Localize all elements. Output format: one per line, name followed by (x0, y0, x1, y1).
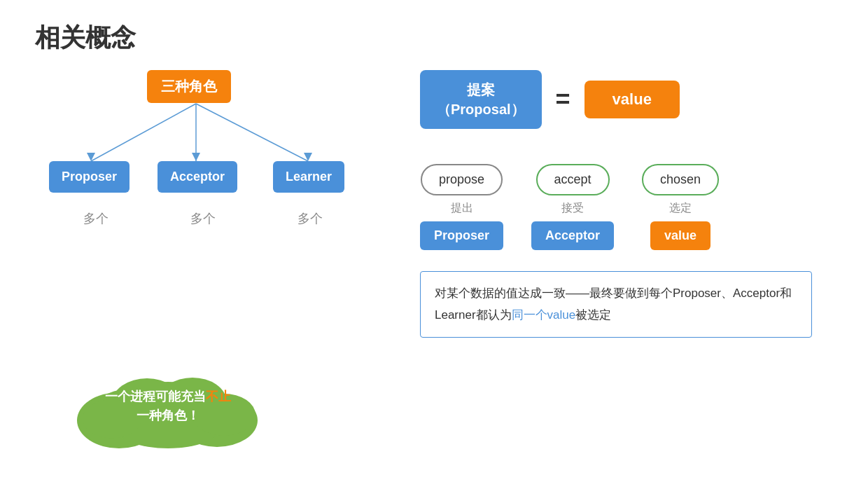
chosen-label: 选定 (669, 201, 692, 216)
tree-node-acceptor: Acceptor (158, 161, 237, 193)
action-col-chosen: chosen 选定 value (642, 164, 719, 250)
propose-actor: Proposer (420, 221, 503, 250)
propose-label: 提出 (451, 201, 473, 216)
svg-marker-3 (87, 153, 95, 161)
svg-line-0 (91, 104, 196, 161)
cloud-highlight: 不止 (206, 390, 231, 404)
tree-root-node: 三种角色 (147, 70, 231, 103)
proposer-sublabel: 多个 (54, 210, 138, 227)
acceptor-sublabel: 多个 (161, 210, 245, 227)
accept-oval: accept (536, 164, 610, 195)
proposal-line1: 提案 (467, 82, 495, 97)
tree-diagram: 三种角色 Proposer Acceptor Learner 多个 多个 多个 (35, 70, 371, 238)
tree-node-proposer: Proposer (49, 161, 130, 193)
left-section: 三种角色 Proposer Acceptor Learner 多个 多个 多个 (35, 70, 399, 252)
svg-marker-5 (304, 153, 312, 161)
learner-sublabel: 多个 (268, 210, 352, 227)
page-title: 相关概念 (35, 21, 136, 55)
value-box: value (584, 81, 680, 118)
equals-sign: = (556, 85, 570, 114)
action-col-propose: propose 提出 Proposer (420, 164, 503, 250)
accept-actor: Acceptor (531, 221, 614, 250)
actions-section: propose 提出 Proposer accept 接受 Acceptor c… (420, 164, 840, 250)
summary-box: 对某个数据的值达成一致——最终要做到每个Proposer、Acceptor和Le… (420, 271, 812, 338)
proposal-row: 提案 （Proposal） = value (420, 70, 840, 129)
right-section: 提案 （Proposal） = value propose 提出 Propose… (420, 70, 840, 338)
tree-labels-row: 多个 多个 多个 (35, 210, 371, 227)
cloud-text: 一个进程可能充当不止一种角色！ (88, 387, 248, 425)
accept-label: 接受 (561, 201, 584, 216)
proposal-box: 提案 （Proposal） (420, 70, 542, 129)
summary-highlight: 同一个value (512, 308, 576, 322)
tree-node-learner: Learner (273, 161, 344, 193)
svg-line-2 (196, 104, 308, 161)
propose-oval: propose (421, 164, 503, 195)
action-col-accept: accept 接受 Acceptor (531, 164, 614, 250)
proposal-line2: （Proposal） (437, 102, 525, 117)
cloud-container: 一个进程可能充当不止一种角色！ (56, 364, 280, 448)
svg-marker-4 (192, 153, 200, 161)
chosen-oval: chosen (642, 164, 719, 195)
chosen-actor: value (650, 221, 710, 250)
